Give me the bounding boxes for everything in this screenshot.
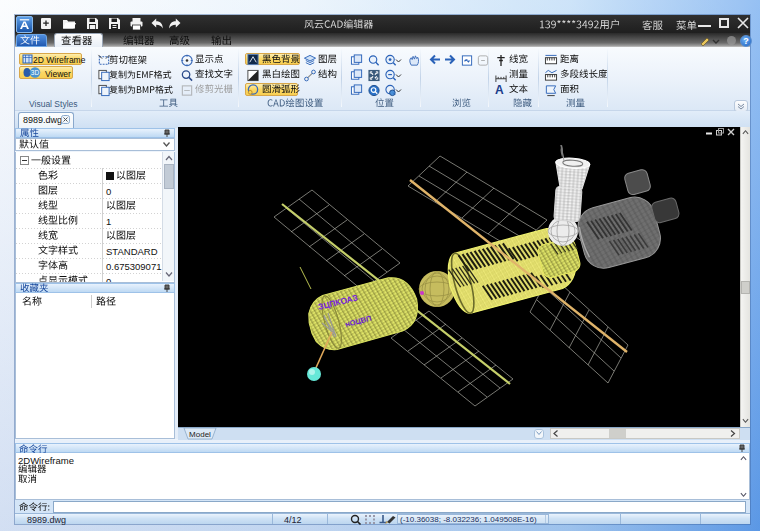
svg-text:Model: Model: [189, 429, 211, 438]
svg-text:?: ?: [743, 36, 749, 46]
svg-text:3D: 3D: [31, 69, 40, 76]
